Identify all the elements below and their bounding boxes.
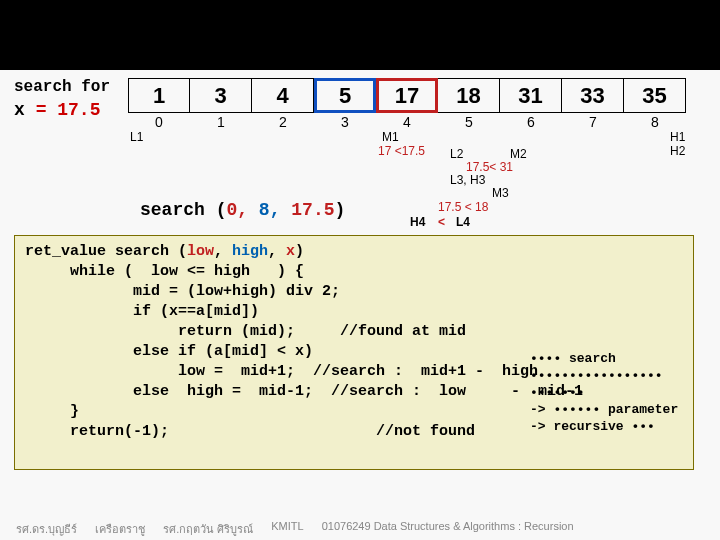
call-arg-high: 8,: [259, 200, 281, 220]
footer: รศ.ดร.บุญธีร์ เครือตราชู รศ.กฤตวัน ศิริบ…: [0, 520, 720, 538]
annotation-H4: H4: [410, 215, 425, 229]
call-arg-low: 0,: [226, 200, 248, 220]
footer-author3: รศ.กฤตวัน ศิริบูรณ์: [163, 520, 253, 538]
code-param-low: low: [187, 243, 214, 260]
annotation-cmp1: 17 <17.5: [378, 144, 425, 158]
annotation-L4: L4: [456, 215, 470, 229]
array-index: 3: [314, 114, 376, 130]
array-index: 0: [128, 114, 190, 130]
annotation-M2: M2: [510, 147, 527, 161]
side-note: •••• search ••••••••••••••••• ••••••• ->…: [530, 350, 720, 435]
annotation-H2: H2: [670, 144, 685, 158]
code-line: mid = (low+high) div 2;: [25, 282, 683, 302]
sidenote-line: •••••••: [530, 384, 720, 401]
array-cell: 35: [624, 78, 686, 113]
x-lhs: x: [14, 100, 25, 120]
array-cell: 3: [190, 78, 252, 113]
slide-body: search for x = 17.5 1 3 4 5 17 18 31 33 …: [0, 70, 720, 78]
array-index: 7: [562, 114, 624, 130]
sidenote-line: •••• search: [530, 350, 720, 367]
array-index: 6: [500, 114, 562, 130]
footer-institution: KMITL: [271, 520, 303, 538]
sidenote-line: -> •••••• parameter: [530, 401, 720, 418]
annotation-cmp3: 17.5 < 18: [438, 200, 488, 214]
code-text: ,: [268, 243, 286, 260]
sidenote-line: -> recursive •••: [530, 418, 720, 435]
label-search-for: search for: [14, 78, 110, 96]
sidenote-line: •••••••••••••••••: [530, 367, 720, 384]
x-val: 17.5: [57, 100, 100, 120]
call-close: ): [335, 200, 346, 220]
index-row: 0 1 2 3 4 5 6 7 8: [128, 114, 686, 130]
annotation-M1: M1: [382, 130, 399, 144]
footer-course: 01076249 Data Structures & Algorithms : …: [322, 520, 574, 538]
annotation-L1: L1: [130, 130, 143, 144]
call-open: (: [216, 200, 227, 220]
code-param-high: high: [232, 243, 268, 260]
annotation-L3H3: L3, H3: [450, 173, 485, 187]
array-index: 1: [190, 114, 252, 130]
footer-author1: รศ.ดร.บุญธีร์: [16, 520, 77, 538]
label-x-equals: x = 17.5: [14, 100, 100, 120]
array-index: 8: [624, 114, 686, 130]
array-index: 4: [376, 114, 438, 130]
array-cell: 18: [438, 78, 500, 113]
code-text: ,: [214, 243, 232, 260]
annotation-lt: <: [438, 215, 445, 229]
annotation-H1: H1: [670, 130, 685, 144]
annotation-M3: M3: [492, 186, 509, 200]
title-blackbar: [0, 0, 720, 70]
code-line: if (x==a[mid]): [25, 302, 683, 322]
array-cell: 1: [128, 78, 190, 113]
array-index: 5: [438, 114, 500, 130]
array-cell: 31: [500, 78, 562, 113]
footer-author2: เครือตราชู: [95, 520, 145, 538]
array-index: 2: [252, 114, 314, 130]
array-row: 1 3 4 5 17 18 31 33 35: [128, 78, 686, 113]
search-call: search (0, 8, 17.5): [140, 200, 345, 220]
call-arg-x: 17.5: [291, 200, 334, 220]
array-cell: 4: [252, 78, 314, 113]
annotation-L2: L2: [450, 147, 463, 161]
call-name: search: [140, 200, 205, 220]
array-cell: 5: [314, 78, 376, 113]
code-text: search (: [115, 243, 187, 260]
code-text: ret_value: [25, 243, 115, 260]
code-text: ): [295, 243, 304, 260]
array-cell-highlighted: 17: [376, 78, 438, 113]
code-param-x: x: [286, 243, 295, 260]
annotation-cmp2: 17.5< 31: [466, 160, 513, 174]
x-eq: =: [36, 100, 47, 120]
array-cell: 33: [562, 78, 624, 113]
code-line: while ( low <= high ) {: [25, 262, 683, 282]
code-line: return (mid); //found at mid: [25, 322, 683, 342]
code-line: ret_value search (low, high, x): [25, 242, 683, 262]
